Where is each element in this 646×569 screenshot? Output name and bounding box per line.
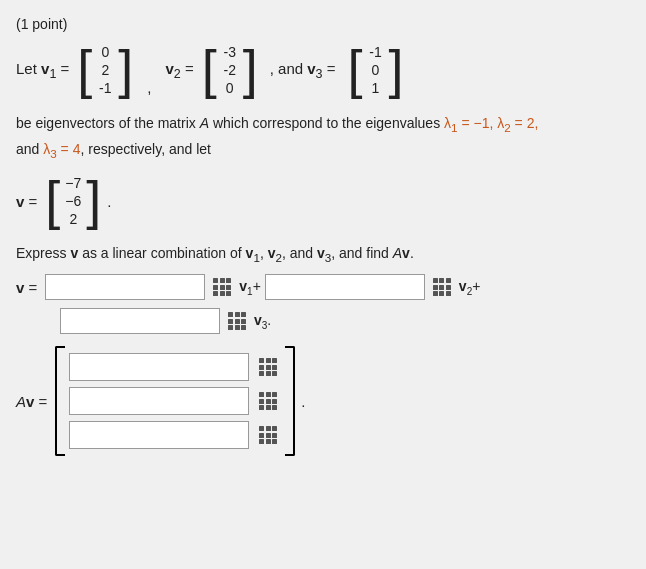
av-input-2[interactable] (69, 387, 249, 415)
v-matrix: [ −7 −6 2 ] (45, 173, 101, 229)
av-bracket-left (55, 346, 65, 456)
vectors-row: Let v1 = [ 0 2 -1 ] , v2 = [ -3 -2 0 ] ,… (16, 42, 630, 98)
v3-matrix: [ -1 0 1 ] (348, 42, 404, 98)
v3-bracket-right: ] (389, 47, 404, 93)
av-inputs (65, 347, 285, 455)
v2-matrix: [ -3 -2 0 ] (202, 42, 258, 98)
av-input-1[interactable] (69, 353, 249, 381)
period1: . (107, 193, 111, 210)
v2-plus-label: v2+ (459, 278, 481, 297)
c3-input[interactable] (60, 308, 220, 334)
v-bracket-left: [ (45, 178, 60, 224)
c1-input[interactable] (45, 274, 205, 300)
description: be eigenvectors of the matrix A which co… (16, 112, 630, 163)
v1-col: 0 2 -1 (92, 42, 118, 98)
grid-icon-av1[interactable] (259, 358, 277, 376)
av-label: Av = (16, 393, 47, 410)
av-period: . (301, 393, 305, 410)
v-equals-label: v = (16, 279, 37, 296)
v1-bracket-right: ] (118, 47, 133, 93)
and-text: , and v3 = (270, 60, 336, 81)
v-vector-row: v = [ −7 −6 2 ] . (16, 173, 630, 229)
let-text: Let v1 = (16, 60, 69, 81)
v2-col: -3 -2 0 (217, 42, 243, 98)
v2-label-text: v2 = (165, 60, 193, 81)
grid-icon-3[interactable] (228, 312, 246, 330)
v-bracket-right: ] (86, 178, 101, 224)
v3-dot-label: v3. (254, 312, 271, 331)
av-bracket-right (285, 346, 295, 456)
comma1: , (147, 79, 151, 98)
v2-bracket-left: [ (202, 47, 217, 93)
express-instruction: Express v as a linear combination of v1,… (16, 245, 630, 264)
v2-bracket-right: ] (243, 47, 258, 93)
v1-matrix: [ 0 2 -1 ] (77, 42, 133, 98)
express-row-1: v = v1+ v2+ (16, 274, 630, 300)
grid-icon-1[interactable] (213, 278, 231, 296)
v1-plus-label: v1+ (239, 278, 261, 297)
av-row: Av = (16, 346, 630, 456)
v3-bracket-left: [ (348, 47, 363, 93)
express-row-2: v3. (60, 308, 630, 334)
grid-icon-av3[interactable] (259, 426, 277, 444)
v1-bracket-left: [ (77, 47, 92, 93)
v3-col: -1 0 1 (363, 42, 389, 98)
c2-input[interactable] (265, 274, 425, 300)
grid-icon-2[interactable] (433, 278, 451, 296)
av-input-3[interactable] (69, 421, 249, 449)
point-label: (1 point) (16, 16, 630, 32)
grid-icon-av2[interactable] (259, 392, 277, 410)
v-col: −7 −6 2 (60, 173, 86, 229)
v-eq-label: v = (16, 193, 37, 210)
